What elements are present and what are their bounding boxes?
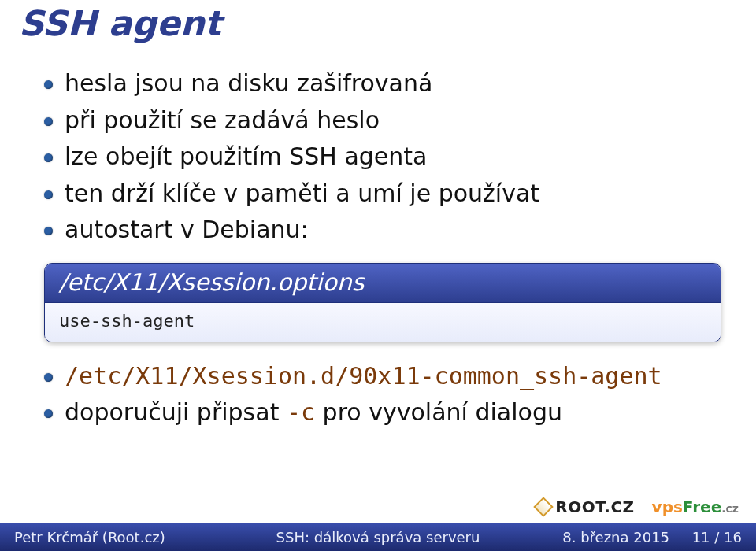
code-box-header: /etc/X11/Xsession.options — [45, 264, 721, 303]
bullet-item: doporučuji připsat -c pro vyvolání dialo… — [41, 394, 724, 431]
slide: SSH agent hesla jsou na disku zašifrovan… — [0, 0, 756, 551]
bullet-item: hesla jsou na disku zašifrovaná — [41, 65, 724, 102]
bullet-item: lze obejít použitím SSH agenta — [41, 139, 724, 176]
vpsfree-logo: vpsFree.cz — [652, 497, 739, 516]
bullet-item: /etc/X11/Xsession.d/90x11-common_ssh-age… — [41, 358, 724, 395]
bullet-text-before: doporučuji připsat — [65, 398, 287, 426]
slide-title: SSH agent — [0, 0, 756, 65]
logo-bar: ROOT.CZ vpsFree.cz — [536, 497, 739, 516]
vpsfree-logo-part2: Free — [683, 497, 721, 516]
bullet-item: ten drží klíče v paměti a umí je používa… — [41, 176, 724, 213]
footer: Petr Krčmář (Root.cz) SSH: dálková správ… — [0, 523, 756, 551]
bullet-list-bottom: /etc/X11/Xsession.d/90x11-common_ssh-age… — [41, 358, 724, 431]
footer-title: SSH: dálková správa serveru — [0, 529, 756, 545]
bullet-text-after: pro vyvolání dialogu — [315, 398, 562, 426]
slide-content: hesla jsou na disku zašifrovaná při použ… — [0, 65, 756, 551]
code-box: /etc/X11/Xsession.options use-ssh-agent — [44, 263, 721, 342]
code-flag: -c — [287, 398, 315, 426]
bullet-item: autostart v Debianu: — [41, 212, 724, 249]
vpsfree-logo-part3: .cz — [721, 502, 739, 515]
root-logo-icon — [534, 497, 554, 516]
root-logo-text: ROOT.CZ — [555, 497, 634, 516]
vpsfree-logo-part1: vps — [652, 497, 683, 516]
bullet-list-top: hesla jsou na disku zašifrovaná při použ… — [41, 65, 724, 249]
root-logo: ROOT.CZ — [536, 497, 634, 516]
bullet-item: při použití se zadává heslo — [41, 102, 724, 139]
code-box-body: use-ssh-agent — [45, 303, 721, 342]
code-path: /etc/X11/Xsession.d/90x11-common_ssh-age… — [65, 362, 662, 390]
